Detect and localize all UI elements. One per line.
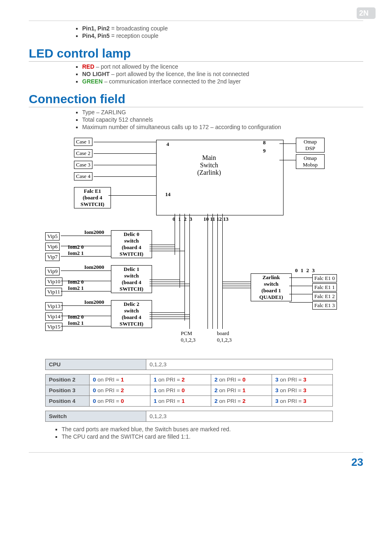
vip7: Vip7 [45, 253, 60, 261]
vip15: Vip15 [45, 323, 62, 331]
cell: 1 on PRI = 0 [150, 385, 211, 396]
table-row: Position 30 on PRI = 21 on PRI = 02 on P… [46, 385, 333, 396]
switch-header: Switch [46, 411, 146, 422]
cell: 3 on PRI = 3 [272, 375, 333, 385]
cell: 3 on PRI = 3 [272, 385, 333, 396]
connection-diagram: Main Switch (Zarlink) Case 1 Case 2 Case… [45, 138, 357, 352]
omap-dsp: Omap DSP [296, 138, 325, 153]
vip10: Vip10 [45, 278, 62, 286]
case3-box: Case 3 [74, 161, 92, 169]
line [289, 278, 312, 278]
led-green-text: – communication interface connected to t… [103, 78, 241, 85]
pin-item-1-text: = broadcasting couple [110, 25, 168, 32]
line [94, 142, 156, 142]
n14: 14 [165, 191, 171, 198]
case1-box: Case 1 [74, 138, 92, 146]
footnote-list: The card ports are marked blue, the Swit… [53, 426, 363, 440]
line [222, 214, 223, 329]
vip11: Vip11 [45, 288, 62, 296]
conn-capacity: Total capacity 512 channels [82, 116, 363, 123]
line [61, 316, 111, 316]
cell: 1 on PRI = 2 [150, 375, 211, 385]
pin-item-2-text: = reception couple [110, 32, 159, 39]
bus0123: 0 1 2 3 [173, 216, 193, 222]
line [222, 284, 251, 284]
conn-max: Maximum number of simultaneous calls up … [82, 124, 363, 130]
line [150, 286, 189, 286]
line [61, 236, 111, 236]
cpu-header: CPU [46, 359, 146, 370]
line [150, 245, 175, 245]
cell: 0 on PRI = 2 [90, 385, 150, 396]
connection-list: Type – ZARLING Total capacity 512 channe… [74, 109, 363, 130]
n9: 9 [263, 148, 266, 154]
pin-item-1-label: Pin1, Pin2 [82, 25, 110, 32]
iom21-1: Iom2 1 [68, 250, 84, 257]
line [61, 246, 111, 246]
cell: 1 on PRI = 1 [150, 396, 211, 407]
line [61, 271, 111, 271]
delic1: Delic 1 switch (board 4 SWITCH) [111, 265, 152, 293]
cell: 2 on PRI = 1 [211, 385, 272, 396]
case2-box: Case 2 [74, 149, 92, 157]
iom2000-3: Iom2000 [84, 299, 104, 305]
line [150, 314, 189, 315]
iom2000-2: Iom2000 [84, 264, 104, 271]
line [189, 214, 190, 329]
brand-logo: 2N [357, 7, 376, 19]
cell: 0 on PRI = 1 [90, 375, 150, 385]
line [61, 326, 111, 326]
row-position: Position 3 [46, 385, 90, 396]
led-green: GREEN – communication interface connecte… [82, 78, 363, 85]
line [222, 282, 251, 282]
row-position: Position 2 [46, 375, 90, 385]
cell: 2 on PRI = 0 [211, 375, 272, 385]
line [289, 286, 312, 286]
cell: 0 on PRI = 0 [90, 396, 150, 407]
switch-table: Switch 0,1,2,3 [45, 411, 333, 422]
line [289, 294, 312, 294]
led-nolight-text: – port allowed by the licence, the line … [110, 71, 249, 77]
omap-mobsp: Omap Mobsp [296, 154, 325, 169]
falce10: Falc E1 0 [312, 274, 337, 282]
iom20-1: Iom2 0 [68, 244, 84, 250]
row-position: Position 4 [46, 396, 90, 407]
delic2: Delic 2 switch (board 4 SWITCH) [111, 300, 152, 328]
led-list: RED – port not allowed by the licence NO… [74, 63, 363, 85]
iom21-2: Iom2 1 [68, 285, 84, 291]
heading-connection: Connection field [29, 92, 363, 107]
line [212, 214, 213, 329]
line [150, 282, 184, 282]
line [61, 305, 111, 306]
cell: 2 on PRI = 2 [211, 396, 272, 407]
line [150, 319, 189, 319]
falce12: Falc E1 2 [312, 292, 337, 301]
led-red-label: RED [82, 63, 95, 70]
pin-list: Pin1, Pin2 = broadcasting couple Pin4, P… [74, 25, 363, 39]
cpu-header-table: CPU 0,1,2,3 [45, 359, 333, 370]
line [208, 214, 208, 329]
cpu-range: 0,1,2,3 [146, 359, 333, 370]
line [150, 317, 189, 317]
heading-led: LED control lamp [29, 46, 363, 62]
iom20-2: Iom2 0 [68, 279, 84, 285]
line [94, 165, 156, 165]
led-nolight: NO LIGHT – port allowed by the licence, … [82, 71, 363, 77]
delic0: Delic 0 switch (board 4 SWITCH) [111, 230, 152, 258]
iom21-3: Iom2 1 [68, 320, 84, 326]
line [150, 312, 184, 313]
vip14: Vip14 [45, 312, 62, 321]
iom2000-1: Iom2000 [84, 229, 104, 236]
iom20-3: Iom2 0 [68, 314, 84, 320]
pin-item-2: Pin4, Pin5 = reception couple [82, 32, 363, 39]
zarlink-box: Zarlink switch (board 1 QUADE1) [251, 273, 292, 301]
line [222, 286, 251, 286]
line [61, 256, 111, 257]
line [150, 280, 180, 280]
line [61, 291, 111, 291]
pin-item-2-label: Pin4, Pin5 [82, 32, 110, 39]
line [61, 281, 111, 281]
line [184, 214, 185, 321]
line [217, 214, 218, 329]
footnote-2: The CPU card and the SWITCH card are fil… [62, 433, 363, 440]
